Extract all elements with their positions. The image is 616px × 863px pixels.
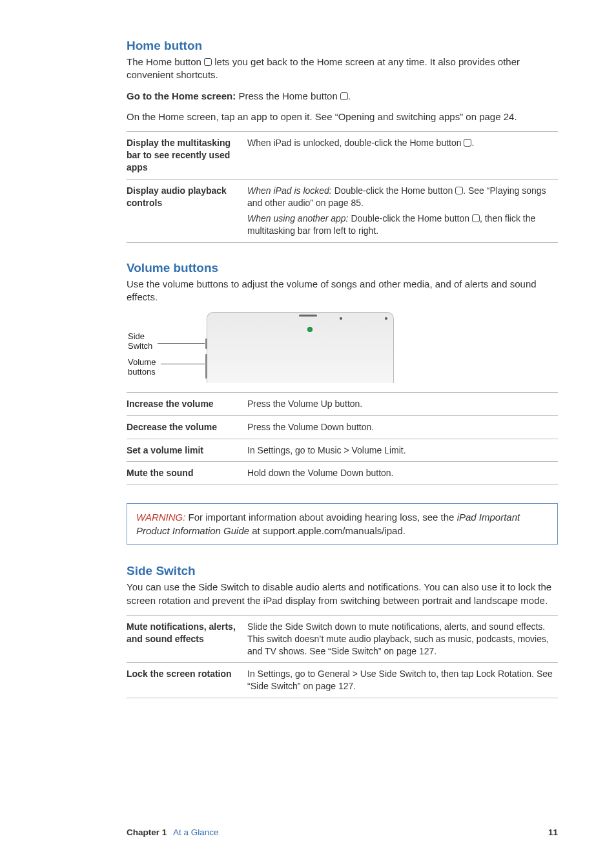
- table-row: Set a volume limit In Settings, go to Mu…: [127, 439, 558, 462]
- home-icon: [340, 92, 348, 100]
- side-switch-para: You can use the Side Switch to disable a…: [127, 581, 558, 607]
- callout-line-icon: [158, 343, 205, 344]
- table-value: Press the Volume Up button.: [247, 392, 558, 415]
- home-icon: [472, 214, 480, 222]
- volume-para: Use the volume buttons to adjust the vol…: [127, 278, 558, 304]
- warning-label: WARNING:: [136, 512, 189, 523]
- home-icon: [204, 58, 212, 66]
- table-row: Mute notifications, alerts, and sound ef…: [127, 615, 558, 663]
- table-value: Hold down the Volume Down button.: [247, 462, 558, 485]
- table-label: Set a volume limit: [127, 439, 247, 462]
- heading-volume-buttons: Volume buttons: [127, 261, 558, 275]
- text: Press the Home button: [238, 90, 340, 101]
- text: Switch: [128, 341, 152, 351]
- locked-lead: When iPad is locked:: [247, 185, 334, 196]
- go-to-home-line: Go to the Home screen: Press the Home bu…: [127, 90, 558, 103]
- text: .: [471, 138, 474, 148]
- table-label: Decrease the volume: [127, 415, 247, 439]
- table-row: Display audio playback controls When iPa…: [127, 179, 558, 243]
- ipad-body-illustration: [207, 312, 394, 383]
- home-button-para2: On the Home screen, tap an app to open i…: [127, 110, 558, 123]
- table-value: In Settings, go to Music > Volume Limit.: [247, 439, 558, 462]
- table-label: Lock the screen rotation: [127, 663, 247, 698]
- home-icon: [455, 187, 463, 194]
- page-number: 11: [548, 827, 558, 837]
- figure-label-volume-buttons: Volume buttons: [128, 357, 156, 377]
- table-value: In Settings, go to General > Use Side Sw…: [247, 663, 558, 698]
- go-home-label: Go to the Home screen:: [127, 90, 238, 101]
- table-label: Increase the volume: [127, 392, 247, 415]
- text: buttons: [128, 367, 156, 377]
- ipad-camera-icon: [307, 327, 313, 332]
- text: The Home button: [127, 56, 204, 67]
- text: .: [348, 90, 351, 101]
- text: Double-click the Home button: [334, 185, 456, 196]
- text: Double-click the Home button: [351, 213, 472, 224]
- callout-line-icon: [161, 364, 205, 364]
- text: at support.apple.com/manuals/ipad.: [249, 525, 406, 536]
- home-icon: [464, 139, 471, 147]
- home-button-table: Display the multitasking bar to see rece…: [127, 131, 558, 243]
- table-row: Mute the sound Hold down the Volume Down…: [127, 462, 558, 485]
- chapter-label: Chapter 1: [127, 827, 167, 837]
- speaker-dot-icon: [385, 317, 387, 320]
- text: For important information about avoiding…: [189, 512, 457, 523]
- warning-callout: WARNING: For important information about…: [127, 503, 558, 545]
- table-row: Decrease the volume Press the Volume Dow…: [127, 415, 558, 439]
- table-label: Display the multitasking bar to see rece…: [127, 132, 247, 180]
- table-label: Display audio playback controls: [127, 179, 247, 243]
- table-row: Display the multitasking bar to see rece…: [127, 132, 558, 180]
- figure-label-side-switch: Side Switch: [128, 331, 152, 351]
- table-value: When iPad is unlocked, double-click the …: [247, 132, 558, 180]
- table-value: Slide the Side Switch down to mute notif…: [247, 615, 558, 663]
- side-switch-icon: [205, 338, 207, 349]
- speaker-dot-icon: [340, 317, 342, 320]
- footer-left: Chapter 1 At a Glance: [127, 827, 219, 837]
- side-switch-table: Mute notifications, alerts, and sound ef…: [127, 615, 558, 698]
- table-row: Increase the volume Press the Volume Up …: [127, 392, 558, 415]
- other-app-lead: When using another app:: [247, 213, 351, 224]
- text: Side: [128, 331, 145, 341]
- table-value: Press the Volume Down button.: [247, 415, 558, 439]
- table-label: Mute the sound: [127, 462, 247, 485]
- volume-table: Increase the volume Press the Volume Up …: [127, 392, 558, 486]
- heading-side-switch: Side Switch: [127, 564, 558, 578]
- ipad-top-slot-icon: [299, 315, 317, 317]
- table-row: Lock the screen rotation In Settings, go…: [127, 663, 558, 698]
- ipad-figure: Side Switch Volume buttons: [127, 312, 558, 383]
- heading-home-button: Home button: [127, 39, 558, 53]
- table-value: When iPad is locked: Double-click the Ho…: [247, 179, 558, 243]
- text: When iPad is unlocked, double-click the …: [247, 138, 464, 148]
- page-footer: Chapter 1 At a Glance 11: [127, 827, 558, 837]
- home-button-para1: The Home button lets you get back to the…: [127, 56, 558, 82]
- chapter-title: At a Glance: [173, 827, 219, 837]
- volume-buttons-icon: [205, 354, 207, 379]
- text: Volume: [128, 357, 156, 367]
- table-label: Mute notifications, alerts, and sound ef…: [127, 615, 247, 663]
